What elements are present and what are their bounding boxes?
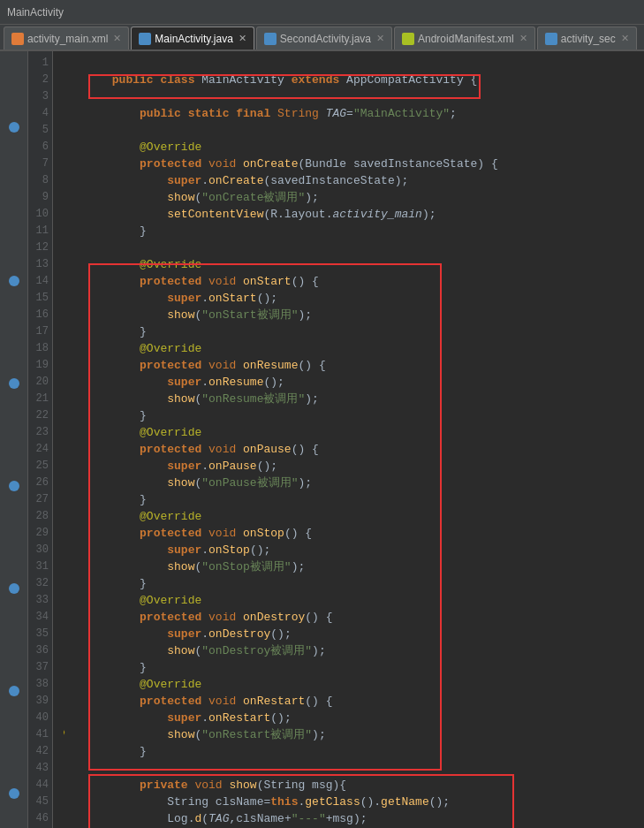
code-line-23: protected void onPause() {: [71, 424, 637, 441]
code-line-39: super.onRestart();: [71, 693, 637, 710]
code-line-46: }: [71, 810, 637, 827]
code-line-42: [71, 743, 637, 760]
code-line-16: }: [71, 307, 637, 323]
code-line-11: [71, 223, 637, 239]
svg-point-6: [9, 788, 19, 799]
code-line-38: protected void onRestart() {: [71, 676, 637, 693]
code-line-22: @Override: [71, 407, 637, 424]
code-line-44: String clsName=this.getClass().getName()…: [71, 777, 637, 794]
breakpoint-icon-6[interactable]: [5, 682, 23, 700]
code-line-5: @Override: [71, 122, 637, 139]
code-line-19: super.onResume();: [71, 357, 637, 374]
code-line-9: setContentView(R.layout.activity_main);: [71, 189, 637, 206]
title-bar: MainActivity: [0, 0, 644, 25]
code-line-2: [71, 72, 637, 88]
breakpoint-icon-7[interactable]: [5, 785, 23, 802]
code-line-37: @Override: [71, 659, 637, 676]
code-line-33: protected void onDestroy() {: [71, 592, 637, 609]
code-line-40: show("onRestart被调用");: [71, 710, 637, 726]
java-icon: [545, 33, 557, 45]
code-line-29: super.onStop();: [71, 525, 637, 542]
svg-point-5: [9, 686, 19, 696]
code-line-15: show("onStart被调用");: [71, 290, 637, 307]
code-line-45: Log.d(TAG,clsName+"---"+msg);: [71, 794, 637, 810]
code-line-27: @Override: [71, 491, 637, 508]
svg-point-0: [9, 122, 19, 133]
code-line-1: public class MainActivity extends AppCom…: [71, 55, 637, 72]
code-line-28: protected void onStop() {: [71, 508, 637, 525]
tab-label: AndroidManifest.xml: [418, 33, 514, 45]
code-line-43: private void show(String msg){: [71, 760, 637, 777]
tab-label: SecondActivity.java: [280, 33, 371, 45]
code-line-21: }: [71, 391, 637, 407]
tab-close-icon[interactable]: ✕: [239, 33, 246, 44]
svg-point-1: [9, 276, 19, 286]
code-line-41: } 💡: [71, 726, 637, 743]
code-line-31: }: [71, 558, 637, 575]
breakpoint-icon-1[interactable]: [5, 118, 23, 136]
code-line-12: @Override: [71, 239, 637, 256]
tab-close-icon[interactable]: ✕: [519, 33, 527, 44]
tab-secondactivity-java[interactable]: SecondActivity.java ✕: [256, 27, 392, 49]
code-line-26: }: [71, 475, 637, 491]
code-line-3: public static final String TAG="MainActi…: [71, 88, 637, 105]
line-numbers: 1 2 3 4 5 6 7 8 9 10 11 12 13 14 15 16 1…: [28, 51, 53, 828]
code-line-32: @Override: [71, 575, 637, 592]
code-line-18: protected void onResume() {: [71, 340, 637, 357]
code-line-10: }: [71, 206, 637, 223]
code-line-36: }: [71, 642, 637, 659]
tab-label: activity_main.xml: [27, 33, 108, 45]
tab-label: MainActivity.java: [155, 33, 232, 45]
svg-point-4: [9, 583, 19, 594]
tab-close-icon[interactable]: ✕: [113, 33, 121, 44]
tab-activity-main-xml[interactable]: activity_main.xml ✕: [4, 27, 129, 49]
title-bar-text: MainActivity: [7, 6, 64, 19]
tab-mainactivity-java[interactable]: MainActivity.java ✕: [131, 27, 254, 49]
code-line-35: show("onDestroy被调用");: [71, 626, 637, 642]
code-line-25: show("onPause被调用");: [71, 458, 637, 475]
tab-androidmanifest-xml[interactable]: AndroidManifest.xml ✕: [394, 27, 535, 49]
code-line-24: super.onPause();: [71, 441, 637, 458]
tab-label: activity_sec: [561, 33, 616, 45]
code-editor[interactable]: public class MainActivity extends AppCom…: [64, 51, 644, 828]
svg-point-2: [9, 378, 19, 389]
fold-area: [53, 51, 64, 828]
code-line-34: super.onDestroy();: [71, 609, 637, 626]
code-line-20: show("onResume被调用");: [71, 374, 637, 391]
java-icon: [139, 33, 151, 45]
breakpoint-icon-5[interactable]: [5, 580, 23, 597]
breakpoint-icon-4[interactable]: [5, 477, 23, 495]
code-line-30: show("onStop被调用");: [71, 542, 637, 558]
tab-close-icon[interactable]: ✕: [376, 33, 384, 44]
tab-activity-sec[interactable]: activity_sec ✕: [537, 27, 637, 49]
breakpoint-icon-3[interactable]: [5, 375, 23, 392]
code-line-14: super.onStart();: [71, 273, 637, 290]
code-line-4: [71, 105, 637, 122]
lightbulb-icon[interactable]: 💡: [64, 727, 67, 744]
android-icon: [402, 33, 414, 45]
code-line-17: @Override: [71, 323, 637, 340]
tab-close-icon[interactable]: ✕: [621, 33, 629, 44]
xml-icon: [11, 33, 24, 45]
editor-area: 1 2 3 4 5 6 7 8 9 10 11 12 13 14 15 16 1…: [0, 51, 644, 828]
tab-bar: activity_main.xml ✕ MainActivity.java ✕ …: [0, 25, 644, 51]
code-line-13: protected void onStart() {: [71, 256, 637, 273]
code-line-8: show("onCreate被调用");: [71, 172, 637, 189]
svg-point-3: [9, 481, 19, 491]
gutter-icons: [0, 51, 28, 828]
code-line-7: super.onCreate(savedInstanceState);: [71, 156, 637, 172]
code-line-6: protected void onCreate(Bundle savedInst…: [71, 139, 637, 156]
java-icon: [264, 33, 277, 45]
breakpoint-icon-2[interactable]: [5, 272, 23, 290]
